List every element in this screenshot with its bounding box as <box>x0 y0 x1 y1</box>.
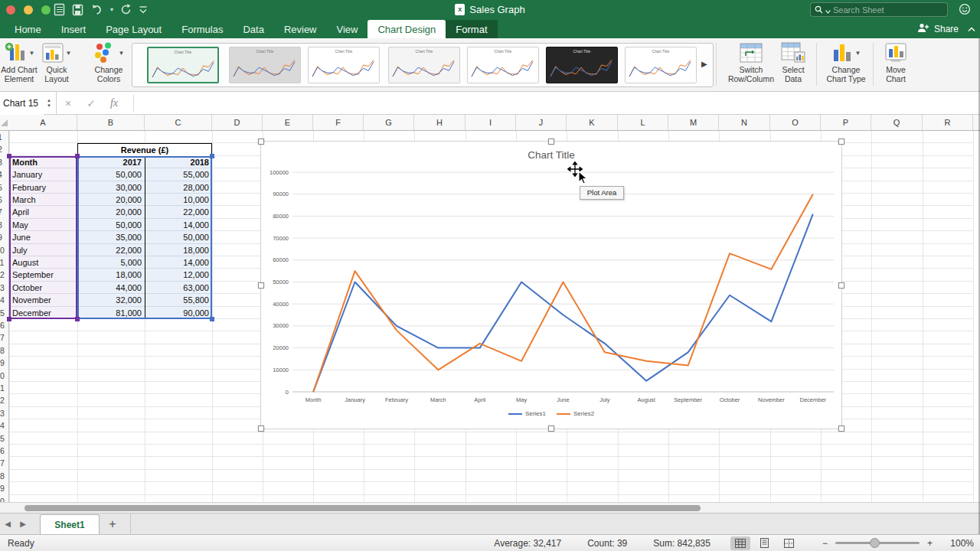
search-scope-caret-icon[interactable] <box>825 3 831 17</box>
chart-style-thumbnail[interactable]: Chart Title <box>308 47 380 83</box>
row-header-18[interactable]: 18 <box>0 346 9 355</box>
column-header-g[interactable]: G <box>364 115 414 130</box>
tab-format[interactable]: Format <box>446 20 497 38</box>
column-header-c[interactable]: C <box>145 115 212 130</box>
tab-insert[interactable]: Insert <box>51 20 96 38</box>
column-header-q[interactable]: Q <box>871 115 923 130</box>
column-header-f[interactable]: F <box>313 115 364 130</box>
row-header-7[interactable]: 7 <box>0 207 9 217</box>
zoom-out-button[interactable]: − <box>822 538 828 549</box>
tab-page-layout[interactable]: Page Layout <box>96 20 172 38</box>
tab-formulas[interactable]: Formulas <box>172 20 233 38</box>
worksheet-grid[interactable]: ABCDEFGHIJKLMNOPQR 123456789101112131415… <box>0 115 980 502</box>
gallery-next-icon[interactable]: ▶ <box>701 60 707 68</box>
chart-style-thumbnail[interactable]: Chart Title <box>467 47 539 83</box>
row-header-14[interactable]: 14 <box>0 295 9 305</box>
row-header-25[interactable]: 25 <box>0 434 9 443</box>
zoom-percentage[interactable]: 100% <box>945 538 974 549</box>
tab-review[interactable]: Review <box>274 20 327 38</box>
change-colors-button[interactable]: ▼Change Colors <box>84 41 133 90</box>
insert-function-icon[interactable]: fx <box>103 97 126 109</box>
column-header-d[interactable]: D <box>212 115 263 130</box>
selection-handle[interactable] <box>210 154 214 158</box>
selection-handle[interactable] <box>7 154 11 158</box>
row-header-8[interactable]: 8 <box>0 220 9 230</box>
chart-selection-handle[interactable] <box>548 139 554 145</box>
share-icon[interactable] <box>917 23 929 35</box>
row-header-20[interactable]: 20 <box>0 371 9 380</box>
chart-legend[interactable]: Series1Series2 <box>261 410 841 417</box>
chart-object[interactable]: Chart Title 0100002000030000400005000060… <box>260 141 842 429</box>
column-headers[interactable]: ABCDEFGHIJKLMNOPQR <box>0 115 980 131</box>
change-chart-type-button[interactable]: ▼Change Chart Type <box>818 41 874 90</box>
row-header-10[interactable]: 10 <box>0 246 9 255</box>
share-label[interactable]: Share <box>934 24 959 34</box>
search-input[interactable] <box>833 5 943 15</box>
chart-style-thumbnail[interactable]: Chart Title <box>388 47 460 83</box>
cancel-icon[interactable]: × <box>57 97 80 109</box>
column-header-m[interactable]: M <box>668 115 719 130</box>
column-header-j[interactable]: J <box>516 115 567 130</box>
column-header-l[interactable]: L <box>618 115 668 130</box>
column-header-k[interactable]: K <box>567 115 618 130</box>
chart-selection-handle[interactable] <box>838 139 844 145</box>
row-header-2[interactable]: 2 <box>0 145 9 154</box>
row-header-29[interactable]: 29 <box>0 484 9 493</box>
row-header-13[interactable]: 13 <box>0 283 9 292</box>
row-header-28[interactable]: 28 <box>0 471 9 481</box>
row-header-16[interactable]: 16 <box>0 321 9 330</box>
column-header-e[interactable]: E <box>263 115 313 130</box>
row-header-4[interactable]: 4 <box>0 170 9 179</box>
zoom-slider[interactable] <box>835 542 920 544</box>
select-all-corner[interactable] <box>1 119 8 126</box>
page-layout-view-button[interactable] <box>755 536 775 550</box>
add-sheet-button[interactable]: + <box>100 514 126 534</box>
tab-home[interactable]: Home <box>5 20 51 38</box>
row-header-11[interactable]: 11 <box>0 258 9 267</box>
selection-handle[interactable] <box>75 317 80 321</box>
select-data-button[interactable]: Select Data <box>772 41 815 90</box>
row-header-22[interactable]: 22 <box>0 396 9 405</box>
selection-handle[interactable] <box>7 317 11 321</box>
enter-icon[interactable]: ✓ <box>80 97 103 109</box>
switch-row-column-button[interactable]: Switch Row/Column <box>724 41 779 90</box>
name-box[interactable] <box>0 92 44 115</box>
sheet-nav-prev-icon[interactable]: ◀ <box>0 514 15 534</box>
selection-handle[interactable] <box>75 154 80 158</box>
tab-view[interactable]: View <box>327 20 368 38</box>
zoom-slider-knob[interactable] <box>870 538 880 548</box>
column-header-n[interactable]: N <box>719 115 770 130</box>
chart-selection-handle[interactable] <box>258 139 264 145</box>
chart-selection-handle[interactable] <box>838 425 844 432</box>
column-header-b[interactable]: B <box>77 115 145 130</box>
search-box[interactable] <box>810 2 948 17</box>
tab-data[interactable]: Data <box>233 20 273 38</box>
row-header-21[interactable]: 21 <box>0 383 9 393</box>
move-chart-button[interactable]: Move Chart <box>874 41 917 90</box>
collapse-ribbon-icon[interactable] <box>968 24 975 34</box>
column-header-h[interactable]: H <box>414 115 466 130</box>
row-header-23[interactable]: 23 <box>0 409 9 418</box>
page-break-view-button[interactable] <box>779 536 799 550</box>
row-header-6[interactable]: 6 <box>0 195 9 204</box>
feedback-smiley-icon[interactable] <box>959 3 971 18</box>
chart-style-thumbnail[interactable]: Chart Title <box>546 47 618 83</box>
values-range-selection[interactable] <box>77 156 212 319</box>
chart-style-thumbnail[interactable]: Chart Title <box>625 47 697 83</box>
row-header-27[interactable]: 27 <box>0 458 9 468</box>
cell-revenue-header[interactable]: Revenue (£) <box>77 143 212 156</box>
row-header-24[interactable]: 24 <box>0 421 9 430</box>
sheet-nav-next-icon[interactable]: ▶ <box>15 514 31 534</box>
row-header-12[interactable]: 12 <box>0 270 9 279</box>
chart-selection-handle[interactable] <box>548 425 554 432</box>
column-header-o[interactable]: O <box>770 115 821 130</box>
chart-selection-handle[interactable] <box>258 425 264 432</box>
months-range-selection[interactable] <box>9 156 77 319</box>
chart-style-thumbnail[interactable]: Chart Title <box>229 47 301 83</box>
chart-selection-handle[interactable] <box>258 282 264 289</box>
row-header-17[interactable]: 17 <box>0 333 9 342</box>
row-header-15[interactable]: 15 <box>0 308 9 318</box>
row-header-19[interactable]: 19 <box>0 358 9 367</box>
row-header-1[interactable]: 1 <box>0 132 9 142</box>
normal-view-button[interactable] <box>730 536 750 550</box>
